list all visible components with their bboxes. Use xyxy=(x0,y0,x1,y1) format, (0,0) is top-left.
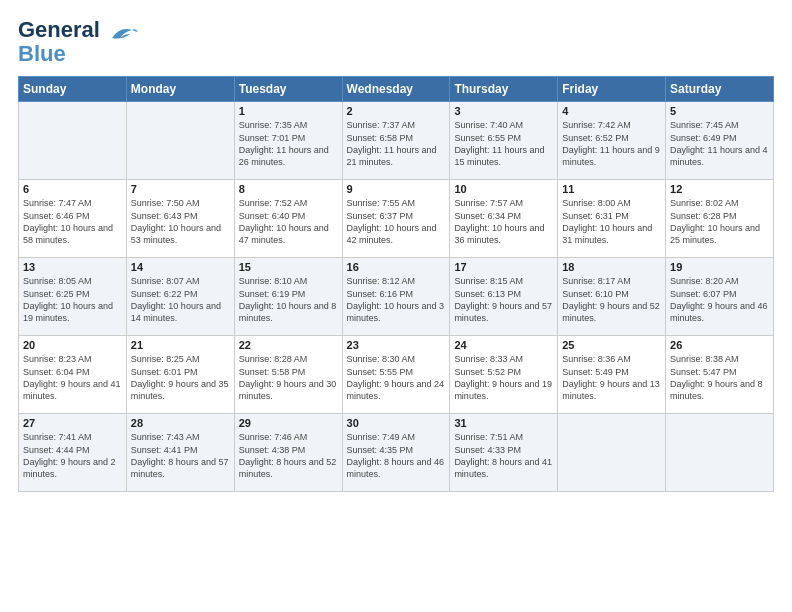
calendar-cell: 19Sunrise: 8:20 AMSunset: 6:07 PMDayligh… xyxy=(666,258,774,336)
cell-content: Sunrise: 8:05 AMSunset: 6:25 PMDaylight:… xyxy=(23,275,122,324)
cell-content: Sunrise: 8:23 AMSunset: 6:04 PMDaylight:… xyxy=(23,353,122,402)
calendar-cell: 27Sunrise: 7:41 AMSunset: 4:44 PMDayligh… xyxy=(19,414,127,492)
day-number: 9 xyxy=(347,183,446,195)
weekday-header-friday: Friday xyxy=(558,77,666,102)
day-number: 15 xyxy=(239,261,338,273)
cell-content: Sunrise: 7:52 AMSunset: 6:40 PMDaylight:… xyxy=(239,197,338,246)
calendar-cell: 23Sunrise: 8:30 AMSunset: 5:55 PMDayligh… xyxy=(342,336,450,414)
calendar-cell: 13Sunrise: 8:05 AMSunset: 6:25 PMDayligh… xyxy=(19,258,127,336)
day-number: 26 xyxy=(670,339,769,351)
day-number: 24 xyxy=(454,339,553,351)
calendar-cell: 16Sunrise: 8:12 AMSunset: 6:16 PMDayligh… xyxy=(342,258,450,336)
cell-content: Sunrise: 8:36 AMSunset: 5:49 PMDaylight:… xyxy=(562,353,661,402)
day-number: 16 xyxy=(347,261,446,273)
calendar-cell: 8Sunrise: 7:52 AMSunset: 6:40 PMDaylight… xyxy=(234,180,342,258)
calendar-page: General Blue SundayMondayTuesdayWednesda… xyxy=(0,0,792,502)
cell-content: Sunrise: 7:50 AMSunset: 6:43 PMDaylight:… xyxy=(131,197,230,246)
weekday-header-thursday: Thursday xyxy=(450,77,558,102)
cell-content: Sunrise: 8:30 AMSunset: 5:55 PMDaylight:… xyxy=(347,353,446,402)
calendar-cell: 24Sunrise: 8:33 AMSunset: 5:52 PMDayligh… xyxy=(450,336,558,414)
day-number: 7 xyxy=(131,183,230,195)
logo-text: General Blue xyxy=(18,18,100,66)
weekday-header-sunday: Sunday xyxy=(19,77,127,102)
calendar-cell xyxy=(558,414,666,492)
weekday-header-saturday: Saturday xyxy=(666,77,774,102)
cell-content: Sunrise: 8:10 AMSunset: 6:19 PMDaylight:… xyxy=(239,275,338,324)
cell-content: Sunrise: 8:38 AMSunset: 5:47 PMDaylight:… xyxy=(670,353,769,402)
cell-content: Sunrise: 7:35 AMSunset: 7:01 PMDaylight:… xyxy=(239,119,338,168)
header: General Blue xyxy=(18,18,774,66)
day-number: 23 xyxy=(347,339,446,351)
cell-content: Sunrise: 8:02 AMSunset: 6:28 PMDaylight:… xyxy=(670,197,769,246)
calendar-cell xyxy=(19,102,127,180)
weekday-header-wednesday: Wednesday xyxy=(342,77,450,102)
calendar-cell xyxy=(666,414,774,492)
day-number: 6 xyxy=(23,183,122,195)
calendar-cell: 26Sunrise: 8:38 AMSunset: 5:47 PMDayligh… xyxy=(666,336,774,414)
day-number: 29 xyxy=(239,417,338,429)
calendar-cell: 10Sunrise: 7:57 AMSunset: 6:34 PMDayligh… xyxy=(450,180,558,258)
cell-content: Sunrise: 7:42 AMSunset: 6:52 PMDaylight:… xyxy=(562,119,661,168)
calendar-row: 13Sunrise: 8:05 AMSunset: 6:25 PMDayligh… xyxy=(19,258,774,336)
calendar-cell: 25Sunrise: 8:36 AMSunset: 5:49 PMDayligh… xyxy=(558,336,666,414)
cell-content: Sunrise: 7:49 AMSunset: 4:35 PMDaylight:… xyxy=(347,431,446,480)
cell-content: Sunrise: 8:25 AMSunset: 6:01 PMDaylight:… xyxy=(131,353,230,402)
logo-bird-icon xyxy=(102,24,138,50)
calendar-cell: 9Sunrise: 7:55 AMSunset: 6:37 PMDaylight… xyxy=(342,180,450,258)
day-number: 10 xyxy=(454,183,553,195)
cell-content: Sunrise: 8:15 AMSunset: 6:13 PMDaylight:… xyxy=(454,275,553,324)
day-number: 3 xyxy=(454,105,553,117)
cell-content: Sunrise: 7:45 AMSunset: 6:49 PMDaylight:… xyxy=(670,119,769,168)
day-number: 20 xyxy=(23,339,122,351)
cell-content: Sunrise: 7:51 AMSunset: 4:33 PMDaylight:… xyxy=(454,431,553,480)
calendar-cell: 20Sunrise: 8:23 AMSunset: 6:04 PMDayligh… xyxy=(19,336,127,414)
day-number: 12 xyxy=(670,183,769,195)
calendar-row: 6Sunrise: 7:47 AMSunset: 6:46 PMDaylight… xyxy=(19,180,774,258)
day-number: 4 xyxy=(562,105,661,117)
day-number: 21 xyxy=(131,339,230,351)
calendar-cell: 28Sunrise: 7:43 AMSunset: 4:41 PMDayligh… xyxy=(126,414,234,492)
day-number: 14 xyxy=(131,261,230,273)
calendar-cell: 4Sunrise: 7:42 AMSunset: 6:52 PMDaylight… xyxy=(558,102,666,180)
cell-content: Sunrise: 7:40 AMSunset: 6:55 PMDaylight:… xyxy=(454,119,553,168)
cell-content: Sunrise: 8:00 AMSunset: 6:31 PMDaylight:… xyxy=(562,197,661,246)
calendar-cell: 31Sunrise: 7:51 AMSunset: 4:33 PMDayligh… xyxy=(450,414,558,492)
day-number: 25 xyxy=(562,339,661,351)
cell-content: Sunrise: 7:46 AMSunset: 4:38 PMDaylight:… xyxy=(239,431,338,480)
calendar-cell xyxy=(126,102,234,180)
cell-content: Sunrise: 7:43 AMSunset: 4:41 PMDaylight:… xyxy=(131,431,230,480)
day-number: 30 xyxy=(347,417,446,429)
cell-content: Sunrise: 8:28 AMSunset: 5:58 PMDaylight:… xyxy=(239,353,338,402)
cell-content: Sunrise: 7:37 AMSunset: 6:58 PMDaylight:… xyxy=(347,119,446,168)
day-number: 18 xyxy=(562,261,661,273)
cell-content: Sunrise: 8:07 AMSunset: 6:22 PMDaylight:… xyxy=(131,275,230,324)
cell-content: Sunrise: 8:33 AMSunset: 5:52 PMDaylight:… xyxy=(454,353,553,402)
calendar-cell: 5Sunrise: 7:45 AMSunset: 6:49 PMDaylight… xyxy=(666,102,774,180)
calendar-cell: 29Sunrise: 7:46 AMSunset: 4:38 PMDayligh… xyxy=(234,414,342,492)
day-number: 19 xyxy=(670,261,769,273)
calendar-cell: 7Sunrise: 7:50 AMSunset: 6:43 PMDaylight… xyxy=(126,180,234,258)
calendar-cell: 6Sunrise: 7:47 AMSunset: 6:46 PMDaylight… xyxy=(19,180,127,258)
calendar-cell: 18Sunrise: 8:17 AMSunset: 6:10 PMDayligh… xyxy=(558,258,666,336)
day-number: 5 xyxy=(670,105,769,117)
day-number: 8 xyxy=(239,183,338,195)
cell-content: Sunrise: 8:17 AMSunset: 6:10 PMDaylight:… xyxy=(562,275,661,324)
calendar-row: 1Sunrise: 7:35 AMSunset: 7:01 PMDaylight… xyxy=(19,102,774,180)
cell-content: Sunrise: 7:55 AMSunset: 6:37 PMDaylight:… xyxy=(347,197,446,246)
calendar-row: 20Sunrise: 8:23 AMSunset: 6:04 PMDayligh… xyxy=(19,336,774,414)
weekday-header-monday: Monday xyxy=(126,77,234,102)
day-number: 11 xyxy=(562,183,661,195)
logo: General Blue xyxy=(18,18,138,66)
calendar-cell: 15Sunrise: 8:10 AMSunset: 6:19 PMDayligh… xyxy=(234,258,342,336)
calendar-cell: 14Sunrise: 8:07 AMSunset: 6:22 PMDayligh… xyxy=(126,258,234,336)
calendar-cell: 22Sunrise: 8:28 AMSunset: 5:58 PMDayligh… xyxy=(234,336,342,414)
cell-content: Sunrise: 8:20 AMSunset: 6:07 PMDaylight:… xyxy=(670,275,769,324)
cell-content: Sunrise: 7:57 AMSunset: 6:34 PMDaylight:… xyxy=(454,197,553,246)
weekday-header-row: SundayMondayTuesdayWednesdayThursdayFrid… xyxy=(19,77,774,102)
calendar-cell: 2Sunrise: 7:37 AMSunset: 6:58 PMDaylight… xyxy=(342,102,450,180)
calendar-cell: 12Sunrise: 8:02 AMSunset: 6:28 PMDayligh… xyxy=(666,180,774,258)
day-number: 2 xyxy=(347,105,446,117)
calendar-row: 27Sunrise: 7:41 AMSunset: 4:44 PMDayligh… xyxy=(19,414,774,492)
day-number: 28 xyxy=(131,417,230,429)
day-number: 27 xyxy=(23,417,122,429)
